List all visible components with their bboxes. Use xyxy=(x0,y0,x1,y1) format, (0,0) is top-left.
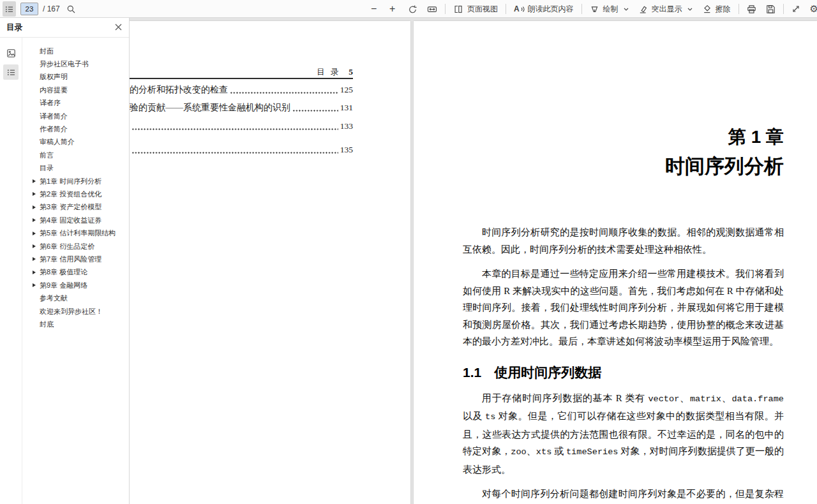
toc-item[interactable]: 版权声明 xyxy=(22,71,129,84)
search-button[interactable] xyxy=(64,1,78,17)
fit-to-width-button[interactable] xyxy=(425,1,439,17)
zoom-in-button[interactable]: + xyxy=(387,1,400,17)
settings-button[interactable]: ⚙ xyxy=(808,1,817,17)
draw-button[interactable]: 绘制 xyxy=(588,1,631,17)
left-page-number: 5 xyxy=(349,67,353,77)
toc-item[interactable]: 前言 xyxy=(22,149,129,161)
toc-list: 封面 异步社区电子书 版权声明 内容提要 译者序 xyxy=(22,38,129,504)
toc-item[interactable]: 封面 xyxy=(22,45,129,57)
toc-item[interactable]: 第2章 投资组合优化 xyxy=(22,188,129,200)
chevron-down-icon xyxy=(687,8,693,11)
toc-entry-page-number: 125 xyxy=(340,85,353,95)
toc-item[interactable]: 第3章 资产定价模型 xyxy=(22,201,129,214)
dot-leader xyxy=(292,108,338,112)
toc-page-row: 验的贡献——系统重要性金融机构的识别 131 xyxy=(130,102,353,114)
toc-item[interactable]: 译者序 xyxy=(22,97,129,110)
toc-item-label: 第3章 资产定价模型 xyxy=(40,202,101,212)
toc-entry-page-number: 133 xyxy=(340,121,353,131)
print-button[interactable] xyxy=(745,1,758,17)
toc-item[interactable]: 欢迎来到异步社区！ xyxy=(22,305,129,318)
toolbar-divider xyxy=(445,4,446,14)
gear-icon: ⚙ xyxy=(810,3,817,15)
printer-icon xyxy=(747,4,756,14)
toc-item[interactable]: 异步社区电子书 xyxy=(22,57,129,70)
paragraph: 本章的目标是通过一些特定应用来介绍一些常用建模技术。我们将看到如何使用 R 来解… xyxy=(463,265,784,350)
pdf-page-right: 第 1 章 时间序列分析 时间序列分析研究的是按时间顺序收集的数据。相邻的观测数… xyxy=(414,21,817,504)
page-view-label: 页面视图 xyxy=(467,4,498,15)
toc-item[interactable]: 第5章 估计利率期限结构 xyxy=(22,226,129,239)
chevron-right-icon xyxy=(33,218,36,222)
pdf-toolbar: / 167 − + xyxy=(0,0,817,18)
toc-item-label: 第4章 固定收益证券 xyxy=(40,216,101,225)
toc-item-label: 第9章 金融网络 xyxy=(40,281,87,290)
toc-item[interactable]: 第8章 极值理论 xyxy=(22,266,129,279)
eraser-icon xyxy=(702,4,712,14)
toc-page-row: 的分析和拓扑改变的检查 125 xyxy=(130,84,353,96)
chevron-right-icon xyxy=(33,232,36,235)
toc-item[interactable]: 封底 xyxy=(22,318,129,330)
toc-item[interactable]: 第7章 信用风险管理 xyxy=(22,253,129,265)
thumbnails-tab-button[interactable] xyxy=(3,45,19,61)
erase-button[interactable]: 擦除 xyxy=(700,1,733,17)
rotate-button[interactable] xyxy=(406,1,419,17)
chevron-right-icon xyxy=(33,257,36,261)
toc-toggle-button[interactable] xyxy=(3,1,16,17)
toc-item-label: 内容提要 xyxy=(40,85,68,95)
toc-item-label: 第2章 投资组合优化 xyxy=(40,189,101,199)
fullscreen-button[interactable] xyxy=(790,1,802,17)
contents-tab-button[interactable] xyxy=(3,64,19,80)
toc-item[interactable]: 第6章 衍生品定价 xyxy=(22,240,129,253)
toc-item[interactable]: 作者简介 xyxy=(22,122,129,135)
section-title: 使用时间序列数据 xyxy=(494,363,601,382)
left-page-header: 目 录 5 xyxy=(317,67,353,78)
read-aloud-label: 朗读此页内容 xyxy=(528,4,574,15)
chevron-right-icon xyxy=(33,205,36,209)
expand-icon xyxy=(791,4,800,13)
toc-item[interactable]: 目录 xyxy=(22,162,129,175)
toc-entry-text: 的分析和拓扑改变的检查 xyxy=(130,84,228,96)
chapter-number: 第 1 章 xyxy=(463,126,784,148)
toc-item[interactable]: 第9章 金融网络 xyxy=(22,279,129,292)
toolbar-right-group: − + xyxy=(369,0,817,18)
read-aloud-button[interactable]: A 朗读此页内容 xyxy=(512,1,576,17)
zoom-out-button[interactable]: − xyxy=(369,1,382,17)
toc-item-label: 译者简介 xyxy=(40,112,68,121)
toc-item-label: 目录 xyxy=(40,163,54,173)
rotate-icon xyxy=(408,4,417,14)
page-view-button[interactable]: 页面视图 xyxy=(451,1,500,17)
chevron-right-icon xyxy=(33,283,36,287)
highlight-button[interactable]: 突出显示 xyxy=(636,1,694,17)
toc-item-label: 异步社区电子书 xyxy=(40,59,89,69)
paragraph: 对每个时间序列分析问题都创建时间序列对象是不必要的，但是复杂程度较高的分析则需要… xyxy=(463,485,784,504)
toc-item[interactable]: 第1章 时间序列分析 xyxy=(22,175,129,188)
toolbar-divider xyxy=(783,4,784,14)
chevron-down-icon xyxy=(624,8,629,11)
toc-page-row: 135 xyxy=(130,144,353,156)
toc-item[interactable]: 审稿人简介 xyxy=(22,136,129,149)
toc-entry-page-number: 135 xyxy=(340,145,353,155)
search-icon xyxy=(66,4,76,14)
dot-leader xyxy=(230,91,338,94)
toc-item-label: 前言 xyxy=(40,151,54,160)
page-number-input[interactable] xyxy=(20,3,38,15)
read-aloud-icon: A xyxy=(514,5,520,13)
toc-item[interactable]: 内容提要 xyxy=(22,84,129,96)
sound-waves-icon xyxy=(521,6,525,13)
save-button[interactable] xyxy=(764,1,777,17)
toc-item[interactable]: 译者简介 xyxy=(22,110,129,122)
chevron-right-icon xyxy=(33,179,36,183)
toc-panel: 目录 xyxy=(0,18,130,504)
page-view-icon xyxy=(453,4,463,14)
toc-close-button[interactable] xyxy=(114,22,123,34)
dot-leader xyxy=(131,127,338,130)
toc-item[interactable]: 第4章 固定收益证券 xyxy=(22,214,129,226)
thumbnails-icon xyxy=(6,48,16,58)
toc-panel-header: 目录 xyxy=(0,18,129,38)
toc-item-label: 译者序 xyxy=(40,98,61,108)
erase-label: 擦除 xyxy=(716,4,731,15)
toolbar-divider xyxy=(738,4,739,14)
toc-page-row: 133 xyxy=(130,121,353,132)
toc-item[interactable]: 参考文献 xyxy=(22,292,129,304)
left-page-header-label: 目 录 xyxy=(317,67,340,78)
toc-item-label: 参考文献 xyxy=(40,293,68,303)
